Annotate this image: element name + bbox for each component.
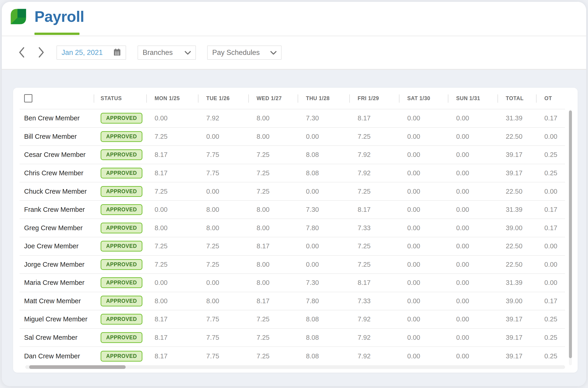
hours-cell: 7.30 [298,114,349,122]
hours-cell: 7.75 [198,151,248,159]
hours-cell: 8.08 [298,151,349,159]
hours-cell: 8.08 [298,315,349,323]
hours-cell: 0.00 [448,114,497,122]
status-cell: APPROVED [94,241,146,252]
table-row: Frank Crew MemberAPPROVED0.008.008.007.3… [20,201,565,219]
hours-cell: 7.25 [248,352,298,360]
hours-cell: 0.00 [298,133,349,140]
hours-cell: 8.17 [349,206,399,213]
previous-period-button[interactable] [17,46,27,59]
hours-cell: 39.17 [497,151,536,159]
status-badge[interactable]: APPROVED [101,168,142,178]
status-cell: APPROVED [94,259,146,270]
header-cell: SAT 1/30 [399,88,448,109]
member-name: Sal Crew Member [20,334,94,341]
hours-cell: 7.25 [349,188,399,195]
status-badge[interactable]: APPROVED [101,314,142,325]
table-row: Bill Crew MemberAPPROVED7.250.008.000.00… [20,128,565,146]
table-row: Maria Crew MemberAPPROVED0.000.008.007.3… [20,274,565,292]
content-area: STATUSMON 1/25TUE 1/26WED 1/27THU 1/28FR… [2,70,586,386]
status-badge[interactable]: APPROVED [101,131,142,142]
vertical-scrollbar-thumb[interactable] [569,111,572,358]
hours-cell: 0.00 [448,352,497,360]
hours-cell: 7.30 [298,206,349,213]
horizontal-scrollbar-thumb[interactable] [29,365,126,369]
hours-cell: 39.17 [497,334,536,341]
hours-cell: 0.00 [399,133,448,140]
branches-dropdown[interactable]: Branches [138,46,196,60]
hours-cell: 39.17 [497,352,536,360]
member-name: Jorge Crew Member [20,261,94,268]
header-cell: OT [536,88,565,109]
hours-cell: 7.25 [146,261,198,268]
hours-cell: 0.00 [448,334,497,341]
hours-cell: 7.25 [198,242,248,250]
pay-schedules-dropdown[interactable]: Pay Schedules [207,46,282,60]
hours-cell: 0.00 [298,188,349,195]
toolbar: Jan 25, 2021 Branches Pay Schedules [2,36,586,70]
hours-cell: 0.00 [146,206,198,213]
header-cell: WED 1/27 [248,88,298,109]
member-name: Greg Crew Member [20,224,94,232]
hours-cell: 8.00 [248,224,298,232]
status-badge[interactable]: APPROVED [101,223,142,233]
hours-cell: 22.50 [497,261,536,268]
table-row: Joe Crew MemberAPPROVED7.257.258.170.007… [20,237,565,256]
hours-cell: 39.00 [497,297,536,305]
hours-cell: 0.00 [536,133,565,140]
date-value: Jan 25, 2021 [62,48,103,57]
status-badge[interactable]: APPROVED [101,259,142,270]
hours-cell: 7.92 [349,352,399,360]
hours-cell: 0.00 [536,188,565,195]
status-cell: APPROVED [94,113,146,123]
date-picker-field[interactable]: Jan 25, 2021 [56,46,126,60]
hours-cell: 0.00 [399,315,448,323]
app-header: Payroll [2,2,586,36]
status-badge[interactable]: APPROVED [101,277,142,288]
table-row: Sal Crew MemberAPPROVED8.177.757.258.087… [20,329,565,347]
table-row: Matt Crew MemberAPPROVED8.008.008.177.80… [20,292,565,311]
select-all-checkbox[interactable] [24,94,32,102]
hours-cell: 0.00 [298,261,349,268]
hours-cell: 7.25 [349,261,399,268]
hours-cell: 0.00 [399,169,448,177]
pay-schedules-dropdown-label: Pay Schedules [212,48,260,57]
hours-cell: 7.25 [146,188,198,195]
hours-cell: 0.00 [198,133,248,140]
status-badge[interactable]: APPROVED [101,241,142,252]
calendar-icon[interactable] [113,48,121,57]
hours-cell: 0.17 [536,114,565,122]
status-badge[interactable]: APPROVED [101,113,142,123]
member-name: Maria Crew Member [20,279,94,287]
status-badge[interactable]: APPROVED [101,204,142,215]
status-badge[interactable]: APPROVED [101,351,142,362]
hours-cell: 8.00 [198,297,248,305]
hours-cell: 0.00 [448,297,497,305]
next-period-button[interactable] [36,46,47,59]
hours-cell: 7.33 [349,297,399,305]
status-badge[interactable]: APPROVED [101,186,142,197]
page-title: Payroll [34,8,84,25]
hours-cell: 31.39 [497,114,536,122]
hours-cell: 0.25 [536,169,565,177]
hours-cell: 0.00 [298,242,349,250]
hours-cell: 7.25 [248,151,298,159]
hours-cell: 0.00 [448,315,497,323]
hours-cell: 0.00 [448,206,497,213]
hours-cell: 7.30 [298,279,349,287]
hours-cell: 0.00 [399,151,448,159]
hours-cell: 8.17 [248,297,298,305]
hours-cell: 7.25 [248,169,298,177]
hours-cell: 7.80 [298,224,349,232]
hours-cell: 0.00 [198,279,248,287]
status-cell: APPROVED [94,296,146,306]
hours-cell: 0.00 [399,206,448,213]
hours-cell: 7.80 [298,297,349,305]
status-badge[interactable]: APPROVED [101,332,142,343]
status-badge[interactable]: APPROVED [101,149,142,160]
hours-cell: 7.33 [349,224,399,232]
status-badge[interactable]: APPROVED [101,296,142,306]
status-cell: APPROVED [94,204,146,215]
header-cell: TOTAL [497,88,536,109]
hours-cell: 0.00 [399,224,448,232]
